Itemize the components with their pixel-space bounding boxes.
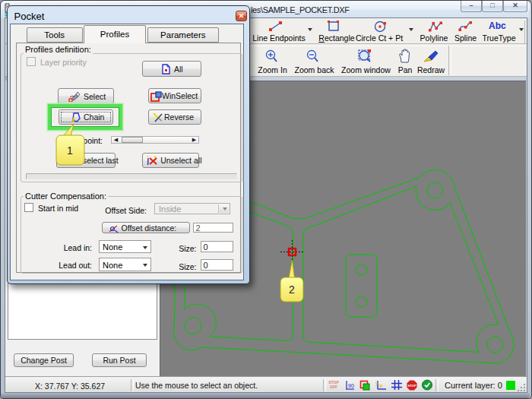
svg-text:y: y [375, 380, 378, 386]
svg-text:2: 2 [289, 283, 295, 296]
svg-text:x: x [379, 382, 383, 389]
svg-text:1: 1 [67, 144, 73, 157]
svg-text:STOP: STOP [408, 384, 416, 388]
svg-text:90: 90 [348, 383, 354, 388]
